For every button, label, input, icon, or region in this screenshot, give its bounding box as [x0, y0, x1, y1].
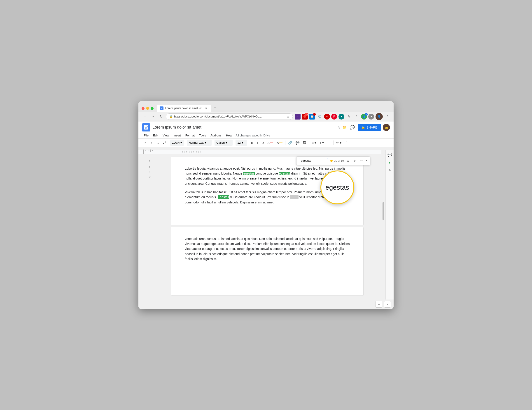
redo-button[interactable]: ↪ — [148, 140, 154, 146]
size-chevron: ▾ — [242, 141, 243, 144]
menu-view[interactable]: View — [161, 133, 171, 138]
add-page-button[interactable]: + — [376, 301, 382, 308]
sidebar-comments-btn[interactable]: 💬 — [386, 152, 393, 158]
text-color-label: A — [267, 141, 269, 145]
menu-format[interactable]: Format — [184, 133, 196, 138]
highlight-egestas-2: egestas — [279, 172, 290, 175]
italic-button[interactable]: I — [256, 140, 259, 146]
svg-rect-3 — [145, 128, 147, 128]
forward-button[interactable]: → — [150, 113, 156, 120]
bold-button[interactable]: B — [250, 140, 255, 146]
find-input[interactable] — [299, 158, 328, 163]
page-1-wrapper: Lobortis feugiat vivamus at augue eget. … — [171, 157, 363, 225]
tab-title: Lorem ipsum dolor sit amet - G — [165, 107, 203, 110]
refresh-button[interactable]: ↻ — [158, 113, 164, 120]
tab-close-button[interactable]: × — [204, 106, 208, 110]
find-next-button[interactable]: ∨ — [352, 158, 357, 164]
extensions-btn[interactable]: ⋮ — [353, 113, 360, 120]
bookmark-icon[interactable]: ☆ — [286, 115, 289, 118]
ext-pinterest[interactable]: P — [331, 114, 337, 119]
ruler-content: │ 1 │ 2 │ 3 │ 4 │ 5 │ 6 │ — [180, 151, 203, 153]
pen-tool-button[interactable]: ✏ ▾ — [335, 140, 343, 146]
share-button[interactable]: 🔒 SHARE — [358, 124, 381, 131]
docs-menu-row: File Edit View Insert Format Tools Add-o… — [142, 132, 390, 138]
docs-user-avatar[interactable]: 🧑 — [383, 124, 390, 131]
back-button[interactable]: ← — [142, 113, 148, 120]
separator-7 — [309, 140, 309, 145]
more-formats-button[interactable]: ⋯ — [326, 140, 332, 146]
right-sidebar-icons: 💬 ● ✎ — [385, 150, 394, 300]
sidebar-pen-btn[interactable]: ✎ — [386, 167, 393, 174]
find-close-button[interactable]: × — [366, 159, 368, 163]
sidebar-circle-btn[interactable]: ● — [386, 159, 393, 166]
scrollbar-area — [381, 150, 385, 300]
ext-gray-circle[interactable]: ● — [368, 114, 374, 119]
main-content: │ 1 │ 2 │ 3 │ 78910 │ 1 │ 2 │ 3 │ 4 │ 5 … — [138, 147, 394, 300]
insert-image-button[interactable]: 🖼 — [302, 140, 308, 146]
highlight-egestas-1: egestas — [243, 172, 255, 175]
font-dropdown[interactable]: Calibri ▾ — [215, 140, 233, 146]
align-button[interactable]: ≡ ▾ — [311, 140, 317, 146]
zoom-word: egestas — [325, 183, 349, 191]
style-dropdown[interactable]: Normal text ▾ — [187, 140, 212, 146]
highlight-egestas-current: Egestas — [218, 195, 229, 199]
size-value: 12 — [237, 141, 240, 144]
maximize-window-button[interactable] — [151, 107, 153, 110]
browser-tab-active[interactable]: ≡ Lorem ipsum dolor sit amet - G × — [157, 105, 211, 112]
comments-button[interactable]: 💬 — [349, 124, 356, 131]
highlight-color-button[interactable]: A — [276, 140, 284, 146]
expand-toolbar-button[interactable]: ⌃ — [344, 140, 349, 146]
minimize-window-button[interactable] — [146, 107, 149, 110]
find-more-button[interactable]: ⋯ — [359, 158, 364, 164]
menu-edit[interactable]: Edit — [151, 133, 160, 138]
docs-content: Lorem ipsum dolor sit amet ☆ 📁 💬 🔒 SHARE… — [138, 122, 394, 309]
docs-header: Lorem ipsum dolor sit amet ☆ 📁 💬 🔒 SHARE… — [138, 122, 394, 139]
url-bar[interactable]: 🔒 https://docs.google.com/document/d/1bv… — [166, 113, 293, 120]
zoom-dropdown[interactable]: 100% ▾ — [170, 140, 184, 146]
menu-help[interactable]: Help — [224, 133, 234, 138]
tab-row: ≡ Lorem ipsum dolor sit amet - G × + — [142, 103, 390, 112]
menu-tools[interactable]: Tools — [197, 133, 208, 138]
font-chevron: ▾ — [226, 141, 227, 144]
address-bar: ← → ↻ 🔒 https://docs.google.com/document… — [138, 112, 394, 122]
extension-btn1[interactable]: 🔴19 — [302, 114, 308, 119]
insert-comment-button[interactable]: 💬 — [294, 140, 301, 146]
cast-btn[interactable]: 📡 — [316, 113, 323, 120]
new-tab-button[interactable]: + — [212, 103, 218, 112]
ext-teal[interactable]: ● — [339, 114, 344, 119]
menu-insert[interactable]: Insert — [172, 133, 183, 138]
chrome-menu-btn[interactable]: ⋮ — [384, 113, 390, 120]
star-icon[interactable]: ☆ — [337, 125, 340, 129]
find-count: 10 of 10 — [334, 159, 344, 162]
scrollbar-track[interactable] — [382, 150, 385, 300]
print-button[interactable]: 🖨 — [155, 140, 161, 146]
line-spacing-button[interactable]: ↕ ▾ — [318, 140, 325, 146]
profile-avatar[interactable]: 👤 — [376, 113, 383, 120]
undo-button[interactable]: ↩ — [142, 140, 147, 146]
find-prev-button[interactable]: ∧ — [345, 158, 351, 164]
pages-list: Lobortis feugiat vivamus at augue eget. … — [153, 154, 381, 300]
browser-toolbar-right: P 🔴19 📋0 📡 ● P ● ✎ ⋮ 👥1 ● 👤 ⋮ — [295, 113, 390, 120]
ext-pen[interactable]: ✎ — [346, 113, 352, 120]
link-button[interactable]: 🔗 — [287, 140, 293, 146]
size-dropdown[interactable]: 12 ▾ — [236, 140, 247, 146]
window-controls — [142, 107, 153, 112]
extension-btn2[interactable]: 📋0 — [309, 114, 315, 119]
underline-button[interactable]: U — [260, 140, 265, 146]
docs-logo — [142, 123, 150, 131]
share-label: SHARE — [367, 126, 377, 129]
separator-4 — [234, 140, 234, 145]
menu-addons[interactable]: Add-ons — [209, 133, 223, 138]
extension-pocket-btn[interactable]: P — [295, 114, 301, 119]
expand-view-button[interactable]: › — [384, 301, 391, 308]
ext-red-circle[interactable]: ● — [324, 114, 330, 119]
scrollbar-thumb[interactable] — [382, 202, 384, 220]
menu-file[interactable]: File — [142, 133, 150, 138]
text-color-button[interactable]: A — [266, 140, 274, 146]
ext-green-users[interactable]: 👥1 — [361, 114, 367, 119]
ruler: │ 1 │ 2 │ 3 │ — [138, 150, 153, 154]
close-window-button[interactable] — [142, 107, 144, 110]
paint-format-button[interactable]: 🖌 — [162, 140, 167, 146]
folder-icon[interactable]: 📁 — [342, 126, 346, 129]
save-status[interactable]: All changes saved in Drive — [236, 134, 270, 137]
